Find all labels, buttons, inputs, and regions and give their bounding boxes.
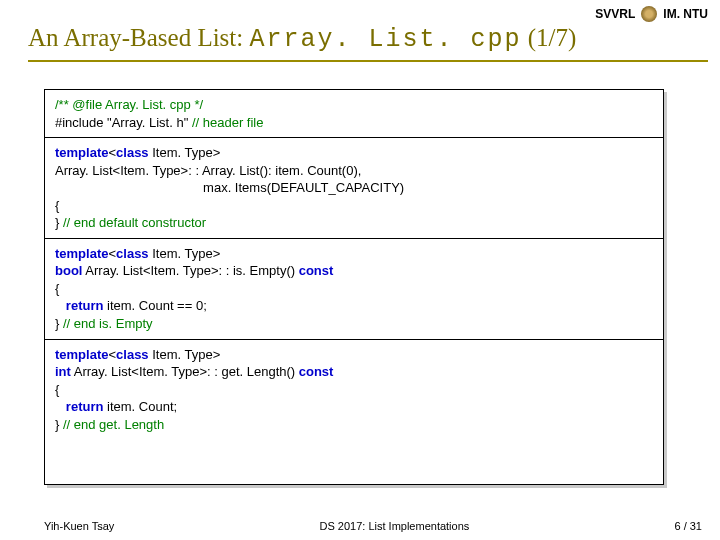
title-prefix: An Array-Based List: [28, 24, 249, 51]
header-brand: SVVRL IM. NTU [595, 6, 708, 22]
code-line: int Array. List<Item. Type>: : get. Leng… [55, 363, 653, 381]
footer-course: DS 2017: List Implementations [319, 520, 469, 532]
code-line: { [55, 197, 653, 215]
code-line: return item. Count == 0; [55, 297, 653, 315]
code-line: { [55, 381, 653, 399]
logo-icon [641, 6, 657, 22]
code-section-1: /** @file Array. List. cpp */ #include "… [45, 90, 663, 138]
code-line: } // end get. Length [55, 416, 653, 434]
code-line: template<class Item. Type> [55, 144, 653, 162]
code-line: /** @file Array. List. cpp */ [55, 96, 653, 114]
code-line: { [55, 280, 653, 298]
code-line: template<class Item. Type> [55, 346, 653, 364]
code-box: /** @file Array. List. cpp */ #include "… [44, 89, 664, 485]
footer-author: Yih-Kuen Tsay [44, 520, 114, 532]
code-section-3: template<class Item. Type> bool Array. L… [45, 239, 663, 340]
header-left: SVVRL [595, 7, 635, 21]
code-line: #include "Array. List. h" // header file [55, 114, 653, 132]
code-section-2: template<class Item. Type> Array. List<I… [45, 138, 663, 239]
code-line: template<class Item. Type> [55, 245, 653, 263]
code-section-4: template<class Item. Type> int Array. Li… [45, 340, 663, 440]
code-line: bool Array. List<Item. Type>: : is. Empt… [55, 262, 653, 280]
header-right: IM. NTU [663, 7, 708, 21]
footer-page: 6 / 31 [674, 520, 702, 532]
title-suffix: (1/7) [522, 24, 577, 51]
footer: Yih-Kuen Tsay DS 2017: List Implementati… [44, 520, 702, 532]
code-line: max. Items(DEFAULT_CAPACITY) [55, 179, 653, 197]
code-line: return item. Count; [55, 398, 653, 416]
title-container: An Array-Based List: Array. List. cpp (1… [28, 24, 708, 62]
code-line: } // end is. Empty [55, 315, 653, 333]
title-mono: Array. List. cpp [249, 25, 521, 54]
code-line: } // end default constructor [55, 214, 653, 232]
code-line: Array. List<Item. Type>: : Array. List()… [55, 162, 653, 180]
page-title: An Array-Based List: Array. List. cpp (1… [28, 24, 708, 54]
